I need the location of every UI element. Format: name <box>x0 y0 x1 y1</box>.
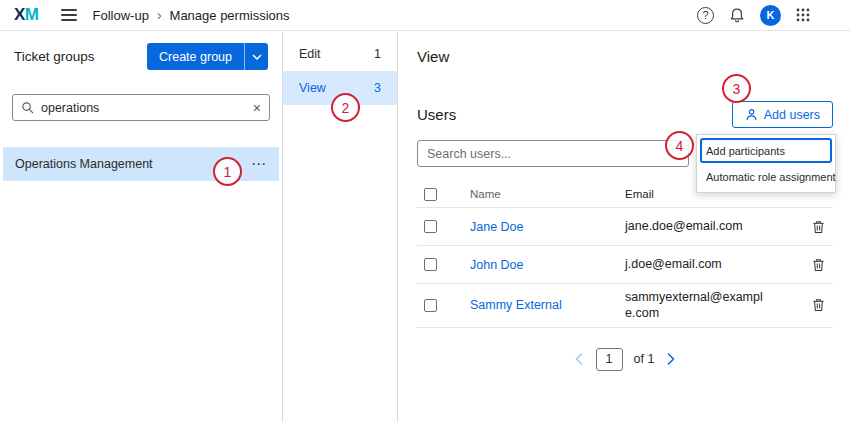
delete-user-button[interactable] <box>810 218 827 236</box>
permissions-tabs-panel: Edit 1 View 3 <box>283 32 398 422</box>
table-row: John Doe j.doe@email.com <box>417 246 833 284</box>
user-email: j.doe@email.com <box>625 256 797 272</box>
user-email: sammyexternal@example.com <box>625 289 797 322</box>
annotation-circle-4: 4 <box>665 131 694 160</box>
notifications-bell-icon[interactable] <box>729 7 745 24</box>
tab-edit[interactable]: Edit 1 <box>283 37 397 71</box>
header-actions: ? K <box>697 5 810 26</box>
user-name-link[interactable]: Sammy External <box>470 298 562 312</box>
users-section-header: Users Add users <box>417 101 833 128</box>
user-email: jane.doe@email.com <box>625 218 797 234</box>
apps-grid-icon[interactable] <box>796 8 810 22</box>
breadcrumb: Follow-up › Manage permissions <box>93 8 290 23</box>
user-name-link[interactable]: John Doe <box>470 258 524 272</box>
page-title: View <box>417 48 833 65</box>
user-name-link[interactable]: Jane Doe <box>470 220 524 234</box>
table-row: Sammy External sammyexternal@example.com <box>417 284 833 328</box>
top-bar: XM Follow-up › Manage permissions ? K <box>0 0 850 31</box>
breadcrumb-chevron-icon: › <box>157 8 162 22</box>
add-user-icon <box>745 108 758 121</box>
breadcrumb-manage-permissions: Manage permissions <box>170 8 290 23</box>
more-options-icon[interactable]: ⋯ <box>251 155 267 173</box>
row-checkbox[interactable] <box>424 258 437 271</box>
row-checkbox[interactable] <box>424 220 437 233</box>
page-count-label: of 1 <box>634 352 655 366</box>
pagination: 1 of 1 <box>417 348 833 371</box>
create-group-button[interactable]: Create group <box>147 43 244 70</box>
tab-edit-count: 1 <box>374 47 381 61</box>
menu-item-automatic-role-assignment[interactable]: Automatic role assignment <box>700 164 832 189</box>
tab-view-label: View <box>299 81 326 95</box>
breadcrumb-follow-up[interactable]: Follow-up <box>93 8 149 23</box>
tab-view-count: 3 <box>374 81 381 95</box>
trash-icon <box>812 258 825 272</box>
users-table: Name Email Jane Doe jane.doe@email.com J… <box>417 181 833 328</box>
ticket-groups-title: Ticket groups <box>14 49 95 64</box>
row-checkbox[interactable] <box>424 299 437 312</box>
previous-page-chevron-icon[interactable] <box>573 351 585 367</box>
create-group-dropdown-chevron-icon[interactable] <box>244 43 268 70</box>
select-all-checkbox[interactable] <box>424 188 437 201</box>
add-users-dropdown-menu: Add participants Automatic role assignme… <box>696 134 836 193</box>
annotation-circle-3: 3 <box>722 74 751 103</box>
view-permissions-panel: View Users Add users Add participants Au… <box>399 32 850 422</box>
delete-user-button[interactable] <box>810 296 827 314</box>
hamburger-menu-icon[interactable] <box>61 9 77 21</box>
xm-logo[interactable]: XM <box>14 5 39 25</box>
create-group-split-button: Create group <box>147 43 268 70</box>
search-icon <box>21 101 34 114</box>
clear-search-icon[interactable]: × <box>253 101 261 115</box>
group-search-box: × <box>12 94 270 121</box>
add-users-label: Add users <box>764 108 820 122</box>
table-row: Jane Doe jane.doe@email.com <box>417 208 833 246</box>
trash-icon <box>812 220 825 234</box>
tab-edit-label: Edit <box>299 47 321 61</box>
avatar[interactable]: K <box>760 5 781 26</box>
current-page-box[interactable]: 1 <box>596 348 623 371</box>
next-page-chevron-icon[interactable] <box>665 351 677 367</box>
ticket-groups-header: Ticket groups Create group <box>0 32 282 70</box>
group-search-input[interactable] <box>41 101 246 115</box>
annotation-circle-2: 2 <box>331 93 360 122</box>
trash-icon <box>812 298 825 312</box>
users-section-title: Users <box>417 106 456 123</box>
add-users-button[interactable]: Add users <box>732 101 833 128</box>
delete-user-button[interactable] <box>810 256 827 274</box>
logo-letter-x: X <box>14 5 25 24</box>
annotation-circle-1: 1 <box>213 157 242 186</box>
logo-letter-m: M <box>25 5 39 24</box>
ticket-groups-panel: Ticket groups Create group × Operations … <box>0 32 283 422</box>
help-icon[interactable]: ? <box>697 7 714 24</box>
column-header-name: Name <box>470 188 625 200</box>
search-users-input[interactable] <box>417 140 689 167</box>
menu-item-add-participants[interactable]: Add participants <box>700 138 832 163</box>
group-name: Operations Management <box>15 157 153 171</box>
